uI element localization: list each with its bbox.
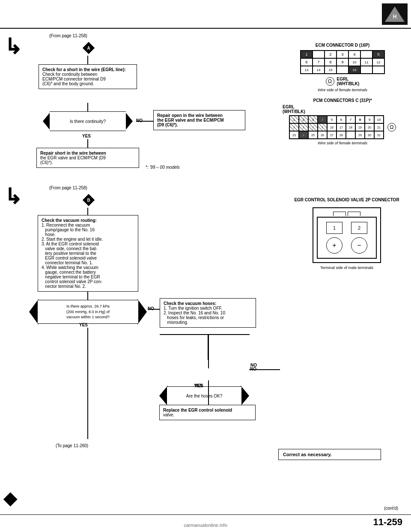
repair-no-box-a: Repair open in the wire between the EGR … xyxy=(153,110,245,130)
vline-b3 xyxy=(87,328,88,439)
pcm-egrl-label: EGRL(WHT/BLK) xyxy=(283,105,402,114)
ecm-cell-spacer1 xyxy=(313,51,325,58)
left-arrow-top: ↳ xyxy=(4,34,22,59)
pcm-r2c8: 19 xyxy=(355,123,365,131)
check-vac-hoses-box: Check the vacuum hoses: 1. Turn the igni… xyxy=(160,298,256,328)
note-text: *: '99 – 00 models xyxy=(146,165,180,170)
solenoid-plus: + xyxy=(326,237,342,254)
logo-area: H xyxy=(382,3,408,25)
decision-hoses-text: Are the hoses OK? xyxy=(186,394,223,398)
egrl-omega-row: Ω EGRL(WHT/BLK) xyxy=(283,77,402,86)
contd-label: (cont'd) xyxy=(384,506,398,511)
cvr-line7: tery positive terminal to the xyxy=(42,251,134,256)
bottom-rule xyxy=(0,514,411,515)
left-arrow-bottom: ◆ xyxy=(3,488,17,508)
pcm-r3c2: / xyxy=(299,131,308,139)
pcm-r3c6: 28 xyxy=(337,131,346,139)
pcm-r1c1: 1 xyxy=(289,116,299,123)
pcm-r3c7 xyxy=(346,131,355,139)
cvr-line10: 4. While watching the vacuum xyxy=(42,265,134,270)
solenoid-terminal-2: 2 xyxy=(351,222,367,234)
check-vac-hoses-title: Check the vacuum hoses: xyxy=(164,301,252,306)
cvr-line9: connector terminal No. 1. xyxy=(42,260,134,265)
cvh-line1: 1. Turn the ignition switch OFF. xyxy=(164,306,252,311)
ecm-cell-2: 2 xyxy=(325,51,337,58)
hline-v1 xyxy=(160,334,250,335)
pcm-r1c10: 10 xyxy=(374,116,384,123)
ecm-cell-13: 13 xyxy=(301,66,313,74)
yes-label-b: YES xyxy=(79,323,88,327)
cvr-line6: valve side, connect the bat- xyxy=(42,246,134,251)
correct-box-text: Correct as necessary. xyxy=(283,452,332,457)
left-arrow-mid: ↳ xyxy=(4,184,22,209)
ecm-cell-9: 9 xyxy=(337,58,348,66)
pcm-r2c10: 21 xyxy=(374,123,384,131)
pcm-r3c1: 23 xyxy=(289,131,299,139)
watermark: carmanualonline.info xyxy=(184,523,227,528)
vline-from-check-box xyxy=(208,334,209,368)
decision-hoses: Are the hoses OK? xyxy=(159,360,249,406)
from-page-label-a: (From page 11-258) xyxy=(49,33,87,38)
ecm-cell-3: 3 xyxy=(337,51,348,58)
cvr-line13: control solenoid valve 2P con- xyxy=(42,279,134,284)
repair-short-title: Repair short in the wire between xyxy=(40,151,135,155)
ecm-cell-spacer3 xyxy=(337,66,348,74)
replace-egr-title: Replace the EGR control solenoid xyxy=(163,408,252,412)
pcm-r1c2: 2 xyxy=(299,116,308,123)
vline-b1 xyxy=(87,208,88,215)
pcm-section: PCM CONNECTORS C (31P)* EGRL(WHT/BLK) 1 … xyxy=(283,98,402,145)
decision-a: Is there continuity? xyxy=(43,111,133,132)
cvr-line3: hose. xyxy=(42,232,134,237)
pcm-r1c9: 9 xyxy=(365,116,374,123)
ecm-connector-section: ECM CONNECTOR D (16P) 1 2 3 4 5 6 7 8 9 … xyxy=(283,43,402,145)
decision-b-text: Is there approx. 26.7 kPa(200 mmHg, 8.0 … xyxy=(66,304,110,320)
vline-b2 xyxy=(87,291,88,300)
yes-hoses-below-label: YES xyxy=(195,383,203,388)
repair-no-title: Repair open in the wire between xyxy=(157,113,241,118)
terminal-label: Terminal side of male terminals xyxy=(291,266,402,270)
ecm-cell-spacer5 xyxy=(372,66,384,74)
solenoid-terminal-1: 1 xyxy=(326,222,342,234)
correct-box: Correct as necessary. xyxy=(278,449,381,460)
cvr-line1: 1. Reconnect the vacuum xyxy=(42,223,134,227)
ecm-cell-14: 14 xyxy=(313,66,325,74)
pcm-r3c4: 26 xyxy=(318,131,327,139)
egrl-label-ecm: EGRL(WHT/BLK) xyxy=(337,77,360,86)
diamond-b: B xyxy=(83,194,95,206)
pcm-r3c3: 25 xyxy=(308,131,318,139)
ecm-cell-16: 16 xyxy=(348,66,360,74)
cvh-line4: misrouting. xyxy=(164,320,252,325)
ecm-cell-5: 5 xyxy=(372,51,384,58)
repair-short-line2: (C6)*). xyxy=(40,160,135,165)
decision-b: Is there approx. 26.7 kPa(200 mmHg, 8.0 … xyxy=(29,299,147,325)
solenoid-connector-box: 1 2 + − xyxy=(313,207,381,263)
solenoid-main-rect: 1 2 + − xyxy=(317,217,377,259)
cvr-line5: 3. At the EGR control solenoid xyxy=(42,242,134,246)
ecm-cell-4: 4 xyxy=(348,51,360,58)
ecm-cell-8: 8 xyxy=(325,58,337,66)
pcm-r2c2: / xyxy=(299,123,308,131)
to-page-b: (To page 11-260) xyxy=(56,443,88,448)
repair-no-line1: the EGR valve and the ECM/PCM xyxy=(157,118,241,123)
pcm-wire-side-label: Wire side of female terminals xyxy=(283,141,402,145)
solenoid-minus: − xyxy=(351,237,367,254)
cvh-line2: 2. Inspect the No. 16 and No. 10 xyxy=(164,311,252,315)
repair-short-box-a: Repair short in the wire between the EGR… xyxy=(36,148,139,168)
top-rule xyxy=(0,28,411,29)
replace-egr-line1: valve. xyxy=(163,412,252,417)
ecm-cell-spacer4 xyxy=(360,66,372,74)
page-number: 11-259 xyxy=(373,517,402,528)
ecm-cell-spacer2 xyxy=(360,51,372,58)
hline-b-no xyxy=(148,309,160,310)
pcm-r1c6: 6 xyxy=(337,116,346,123)
replace-egr-box: Replace the EGR control solenoid valve. xyxy=(159,405,256,420)
pcm-r2c6: 17 xyxy=(337,123,346,131)
cvh-line3: hoses for leaks, restrictions or xyxy=(164,315,252,320)
check-box-a-line3: (C6)* and the body ground. xyxy=(42,81,133,86)
cvr-line4: 2. Start the engine and let it idle. xyxy=(42,237,134,242)
ecm-cell-15: 15 xyxy=(325,66,337,74)
ecm-cell-11: 11 xyxy=(360,58,372,66)
vline-a2 xyxy=(87,103,88,111)
vline-hoses-yes-down xyxy=(208,380,209,405)
pcm-grid-wrapper: 1 2 3 / 5 6 7 8 9 10 / / / / 16 xyxy=(289,115,396,139)
